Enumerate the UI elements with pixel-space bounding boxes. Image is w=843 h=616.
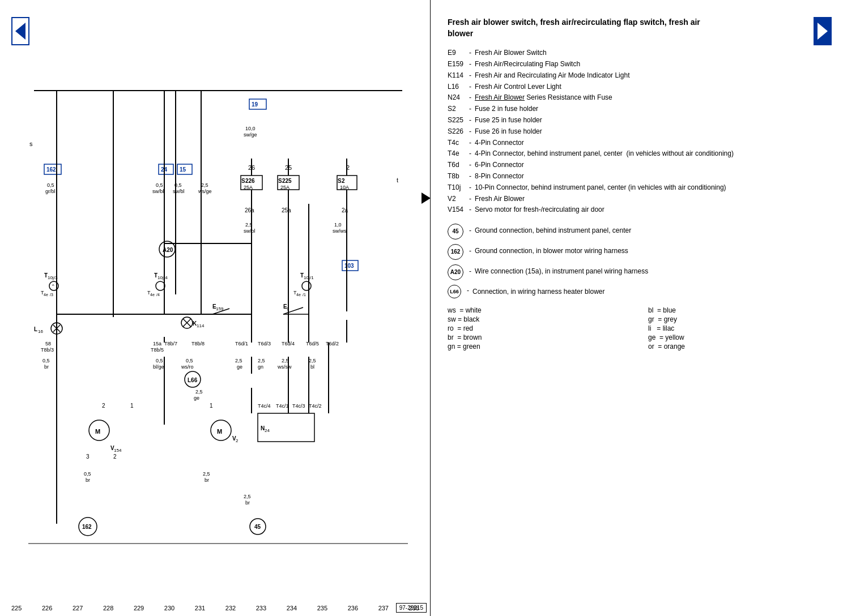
component-E9: E9 - Fresh Air Blower Switch (448, 48, 832, 58)
svg-text:br: br (86, 477, 90, 483)
col-num-225: 225 (11, 605, 22, 611)
svg-text:2,5: 2,5 (195, 389, 203, 395)
svg-text:25A: 25A (244, 185, 253, 190)
conn-L66-symbol: L66 (448, 285, 461, 298)
svg-text:25A: 25A (280, 185, 289, 190)
svg-text:2,5: 2,5 (244, 494, 251, 499)
color-ge: ge = yellow (648, 333, 832, 341)
svg-text:/1: /1 (303, 293, 306, 297)
svg-text:159: 159 (216, 306, 224, 311)
connection-L66: L66 - Connection, in wiring harness heat… (448, 285, 832, 298)
col-num-232: 232 (225, 605, 236, 611)
svg-text:sw/bl: sw/bl (173, 189, 185, 194)
svg-text:/3: /3 (54, 275, 58, 280)
svg-rect-134 (258, 413, 314, 442)
svg-text:T6d/5: T6d/5 (306, 341, 319, 346)
connection-A20: A20 - Wire connection (15a), in instrume… (448, 264, 832, 280)
svg-point-66 (156, 281, 165, 290)
component-V154: V154 - Servo motor for fresh-/recirculat… (448, 205, 832, 215)
connection-45: 45 - Ground connection, behind instrumen… (448, 224, 832, 239)
svg-text:/1: /1 (310, 275, 314, 280)
svg-text:2,5: 2,5 (235, 358, 242, 363)
svg-text:2: 2 (236, 438, 239, 443)
svg-text:16: 16 (38, 329, 43, 334)
col-num-229: 229 (134, 605, 144, 611)
component-N24: N24 - Fresh Air Blower Series Resistance… (448, 93, 832, 102)
color-li: li = lilac (648, 324, 832, 332)
component-K114: K114 - Fresh Air and Recirculating Air M… (448, 71, 832, 80)
svg-text:24: 24 (265, 428, 270, 433)
col-num-233: 233 (256, 605, 266, 611)
svg-text:0,5: 0,5 (84, 471, 91, 477)
connection-notes: 45 - Ground connection, behind instrumen… (448, 224, 832, 298)
ground-45-symbol: 45 (448, 224, 463, 239)
connection-162: 162 - Ground connection, in blower motor… (448, 244, 832, 260)
svg-text:19: 19 (252, 101, 258, 108)
svg-text:br: br (44, 364, 49, 370)
legend-area: Fresh air blower switch, fresh air/recir… (431, 0, 843, 616)
component-T6d: T6d - 6-Pin Connector (448, 160, 832, 170)
nav-next-button[interactable] (814, 17, 832, 45)
svg-text:s: s (29, 140, 33, 147)
ground-162-symbol: 162 (448, 244, 463, 260)
page-title: Fresh air blower switch, fresh air/recir… (448, 17, 708, 39)
color-bl: bl = blue (648, 306, 832, 314)
svg-text:t: t (397, 177, 398, 183)
svg-text:3: 3 (86, 454, 90, 460)
color-ws: ws = white (448, 306, 631, 314)
color-sw: sw = black (448, 315, 631, 323)
color-or: or = orange (648, 343, 832, 350)
component-T8b: T8b - 8-Pin Connector (448, 172, 832, 181)
svg-text:2,5: 2,5 (201, 182, 208, 188)
svg-text:T6d/1: T6d/1 (235, 341, 248, 346)
svg-text:sw/ws: sw/ws (333, 228, 347, 234)
svg-text:M: M (95, 428, 100, 435)
svg-text:4e: 4e (296, 293, 301, 297)
component-E159: E159 - Fresh Air/Recirculating Flap Swit… (448, 59, 832, 69)
svg-text:0,5: 0,5 (156, 358, 163, 363)
svg-text:2,5: 2,5 (203, 471, 210, 477)
svg-text:2: 2 (113, 454, 117, 460)
svg-text:T4c/1: T4c/1 (276, 403, 289, 409)
svg-text:0,5: 0,5 (156, 182, 163, 188)
color-legend: ws = white sw = black ro = red br = brow… (448, 306, 832, 352)
svg-text:gr/bl: gr/bl (45, 189, 56, 194)
component-S226: S226 - Fuse 26 in fuse holder (448, 127, 832, 136)
svg-text:S: S (338, 178, 342, 184)
page-indicator-arrow (422, 192, 431, 204)
svg-text:15a: 15a (153, 341, 161, 346)
svg-marker-177 (818, 23, 828, 40)
diagram-area: s t 19 S 226 25A S 225 (0, 0, 431, 616)
svg-text:225: 225 (282, 178, 292, 184)
svg-text:10j: 10j (48, 275, 54, 280)
svg-text:154: 154 (114, 448, 122, 453)
svg-text:114: 114 (197, 323, 205, 328)
svg-text:T6d/2: T6d/2 (326, 341, 339, 346)
color-br: br = brown (448, 333, 631, 341)
svg-text:0,5: 0,5 (186, 358, 193, 363)
svg-text:10A: 10A (340, 185, 349, 190)
svg-text:1: 1 (130, 403, 134, 409)
svg-text:4e: 4e (44, 293, 48, 297)
wire-A20-symbol: A20 (448, 264, 463, 280)
component-S2: S2 - Fuse 2 in fuse holder (448, 104, 832, 114)
comp-id-E9: E9 (448, 48, 469, 58)
svg-text:226: 226 (245, 178, 255, 184)
svg-text:ws/ro: ws/ro (181, 364, 194, 370)
svg-text:0,5: 0,5 (47, 182, 54, 188)
svg-text:1,0: 1,0 (334, 222, 342, 228)
svg-text:S: S (241, 178, 245, 184)
svg-text:0,5: 0,5 (174, 182, 182, 188)
svg-text:1: 1 (210, 403, 213, 409)
color-ro: ro = red (448, 324, 631, 332)
color-gr: gr = grey (648, 315, 832, 323)
wiring-diagram: s t 19 S 226 25A S 225 (0, 0, 431, 589)
component-S225: S225 - Fuse 25 in fuse holder (448, 116, 832, 125)
svg-text:S: S (278, 178, 282, 184)
svg-text:br: br (245, 500, 250, 506)
svg-text:gn: gn (258, 364, 263, 370)
col-num-226: 226 (42, 605, 52, 611)
svg-text:/3: /3 (50, 293, 53, 297)
color-gn: gn = green (448, 343, 631, 350)
svg-text:/4: /4 (156, 293, 160, 297)
